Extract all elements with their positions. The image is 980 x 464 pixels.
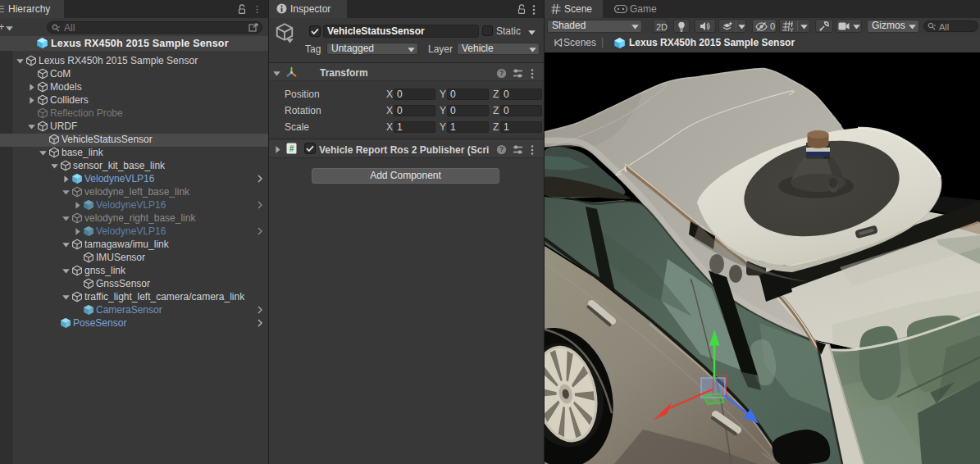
svg-text:?: ? bbox=[499, 145, 504, 153]
svg-text:Y: Y bbox=[790, 27, 794, 33]
svg-text:?: ? bbox=[499, 69, 504, 77]
svg-text:#: # bbox=[289, 144, 294, 153]
